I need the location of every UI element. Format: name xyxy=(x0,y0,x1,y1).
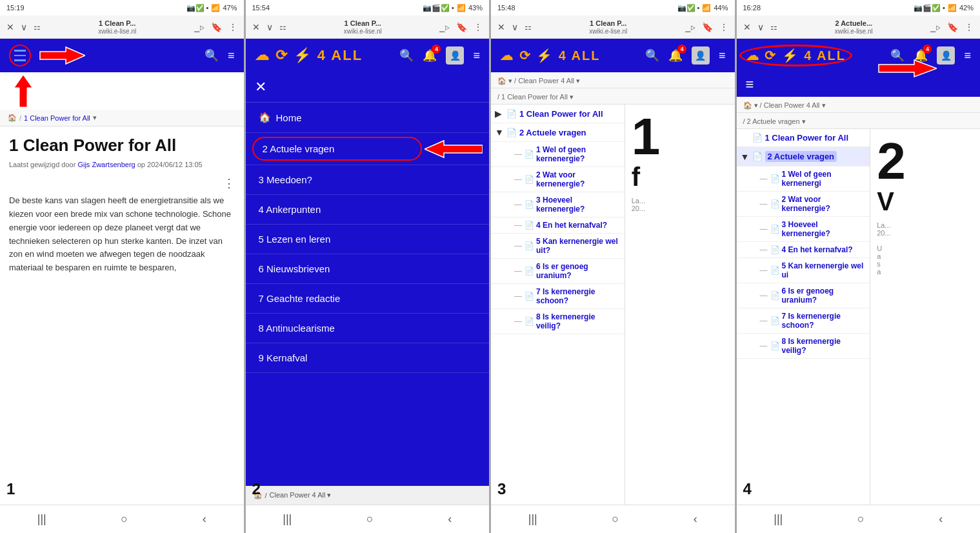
tabs-btn-4[interactable]: ⚏ xyxy=(769,21,779,33)
header-icons-3: 🔍 🔔 4 👤 ≡ xyxy=(645,46,726,65)
tree-sub-2-4[interactable]: — 📄 2 Wat voor kernenergie? xyxy=(737,192,870,217)
tabs-btn-2[interactable]: ⚏ xyxy=(278,21,288,33)
nav-recent-4[interactable]: ||| xyxy=(774,512,783,526)
close-btn-4[interactable]: ✕ xyxy=(742,21,752,34)
tabs-btn-3[interactable]: ⚏ xyxy=(523,21,533,33)
nav-recent-3[interactable]: ||| xyxy=(528,512,537,526)
nav-item-antinuclear-2[interactable]: 8 Antinuclearisme xyxy=(246,314,490,343)
share-btn-2[interactable]: ⎯▷ xyxy=(438,21,451,34)
browser-chrome-1: ✕ ∨ ⚏ 1 Clean P... xwiki.e-lise.nl ⎯▷ 🔖 … xyxy=(0,15,244,39)
back-btn-4[interactable]: ∨ xyxy=(756,21,765,34)
tree-sub-4-4[interactable]: — 📄 4 En het kernafval? xyxy=(737,242,870,258)
close-btn-2[interactable]: ✕ xyxy=(251,21,261,34)
tree-sub-3-3[interactable]: — 📄 3 Hoeveel kernenergie? xyxy=(491,192,625,217)
tree-sub-7-3[interactable]: — 📄 7 Is kernenergie schoon? xyxy=(491,284,625,309)
nav-back-2[interactable]: ‹ xyxy=(448,512,452,526)
nav-recent-1[interactable]: ||| xyxy=(37,512,46,526)
url-bar-1: 1 Clean P... xwiki.e-lise.nl xyxy=(46,19,189,35)
tree-item-2-3[interactable]: ▼ 📄 2 Actuele vragen xyxy=(491,123,625,142)
hamburger-icon-4[interactable]: ≡ xyxy=(746,76,754,93)
bookmark-btn-4[interactable]: 🔖 xyxy=(946,21,959,34)
big-sub-3: f xyxy=(632,163,728,192)
tree-sub-8-3[interactable]: — 📄 8 Is kernenergie veilig? xyxy=(491,309,625,334)
tree-sub-3-4[interactable]: — 📄 3 Hoeveel kernenergie? xyxy=(737,217,870,242)
tree-sub-5-4[interactable]: — 📄 5 Kan kernenergie wel ui xyxy=(737,258,870,283)
notification-badge-2[interactable]: 🔔 4 xyxy=(423,48,437,63)
nav-home-1[interactable]: ○ xyxy=(121,512,128,526)
bookmark-btn-3[interactable]: 🔖 xyxy=(701,21,714,34)
back-btn-3[interactable]: ∨ xyxy=(510,21,519,34)
search-icon-3[interactable]: 🔍 xyxy=(645,48,659,63)
author-link-1[interactable]: Gijs Zwartsenberg xyxy=(77,161,135,168)
tree-sub-5-3[interactable]: — 📄 5 Kan kernenergie wel uit? xyxy=(491,234,625,259)
arrow-annotation-2 xyxy=(425,138,483,160)
menu-icon-2[interactable]: ≡ xyxy=(473,49,480,63)
avatar-2[interactable]: 👤 xyxy=(446,46,464,65)
more-btn-2[interactable]: ⋮ xyxy=(472,21,484,34)
nav-item-kernafval-2[interactable]: 9 Kernafval xyxy=(246,343,490,373)
hamburger-btn-1[interactable] xyxy=(9,45,31,66)
nav-item-actuele-2[interactable]: 2 Actuele vragen xyxy=(246,133,490,165)
bc-arrow-1[interactable]: ▾ xyxy=(93,114,97,122)
more-btn-4[interactable]: ⋮ xyxy=(963,21,975,34)
nav-item-ankerpunten-2[interactable]: 4 Ankerpunten xyxy=(246,195,490,225)
nav-home-2[interactable]: ○ xyxy=(366,512,374,526)
nav-recent-2[interactable]: ||| xyxy=(283,512,292,526)
back-btn-1[interactable]: ∨ xyxy=(19,21,28,34)
nav-item-nieuwsbrieven-2[interactable]: 6 Nieuwsbrieven xyxy=(246,254,490,284)
menu-icon-1[interactable]: ≡ xyxy=(228,49,235,63)
bottom-nav-2: ||| ○ ‹ xyxy=(246,505,490,533)
menu-icon-4[interactable]: ≡ xyxy=(964,49,971,63)
battery-3: 44% xyxy=(714,4,728,12)
nav-item-lezen-2[interactable]: 5 Lezen en leren xyxy=(246,225,490,254)
avatar-4[interactable]: 👤 xyxy=(937,46,955,65)
menu-icon-3[interactable]: ≡ xyxy=(719,49,726,63)
back-btn-2[interactable]: ∨ xyxy=(265,21,274,34)
nav-back-1[interactable]: ‹ xyxy=(203,512,206,526)
tree-item-1-3[interactable]: ▶ 📄 1 Clean Power for All xyxy=(491,105,625,123)
home-icon-bc-1[interactable]: 🏠 xyxy=(8,114,17,122)
bc-link-1[interactable]: 1 Clean Power for All xyxy=(24,114,90,122)
up-arrow-annotation xyxy=(0,72,244,110)
tree-sub-2-3[interactable]: — 📄 2 Wat voor kernenergie? xyxy=(491,167,625,192)
tree-item-2-4[interactable]: ▼ 📄 2 Actuele vragen xyxy=(737,147,870,166)
tree-sub-1-3[interactable]: — 📄 1 Wel of geen kernenergie? xyxy=(491,142,625,167)
tree-sub-1-4[interactable]: — 📄 1 Wel of geen kernenergi xyxy=(737,166,870,192)
bookmark-btn-2[interactable]: 🔖 xyxy=(455,21,468,34)
more-btn-3[interactable]: ⋮ xyxy=(718,21,730,34)
tree-sub-6-3[interactable]: — 📄 6 Is er genoeg uranium? xyxy=(491,259,625,284)
tree-sub-4-3[interactable]: — 📄 4 En het kernafval? xyxy=(491,217,625,234)
more-options-1[interactable]: ⋮ xyxy=(223,177,235,190)
tree-sub-8-4[interactable]: — 📄 8 Is kernenergie veilig? xyxy=(737,334,870,359)
tree-item-1-4[interactable]: 📄 1 Clean Power for All xyxy=(737,129,870,147)
more-btn-1[interactable]: ⋮ xyxy=(227,21,239,34)
page-body-1: De beste kans van slagen heeft de energi… xyxy=(9,194,235,275)
nav-back-4[interactable]: ‹ xyxy=(939,512,943,526)
notification-badge-3[interactable]: 🔔 4 xyxy=(668,48,683,63)
nav-home-3[interactable]: ○ xyxy=(612,512,619,526)
share-btn-3[interactable]: ⎯▷ xyxy=(684,21,697,34)
close-btn-3[interactable]: ✕ xyxy=(496,21,506,34)
nav-item-home-2[interactable]: 🏠 Home xyxy=(246,103,490,133)
avatar-3[interactable]: 👤 xyxy=(692,46,710,65)
nav-item-redactie-2[interactable]: 7 Geachte redactie xyxy=(246,284,490,314)
share-btn-4[interactable]: ⎯▷ xyxy=(929,21,942,34)
tree-sub-6-4[interactable]: — 📄 6 Is er genoeg uranium? xyxy=(737,283,870,308)
app-header-4: ☁ ⟳ ⚡ 4 ALL 🔍 🔔 4 👤 ≡ xyxy=(737,39,981,72)
breadcrumb-3b: / 1 Clean Power for All ▾ xyxy=(491,88,735,105)
nav-item-meedoen-2[interactable]: 3 Meedoen? xyxy=(246,165,490,195)
panel-number-3: 3 xyxy=(497,480,506,498)
menu-close-2[interactable]: ✕ xyxy=(255,79,266,96)
bookmark-btn-1[interactable]: 🔖 xyxy=(210,21,223,34)
tabs-btn-1[interactable]: ⚏ xyxy=(32,21,42,33)
actuele-vragen-btn-2[interactable]: 2 Actuele vragen xyxy=(252,137,423,161)
nav-back-3[interactable]: ‹ xyxy=(694,512,697,526)
status-icons-1: 📷✅ • xyxy=(186,4,209,12)
nav-home-4[interactable]: ○ xyxy=(857,512,865,526)
tree-sub-7-4[interactable]: — 📄 7 Is kernenergie schoon? xyxy=(737,308,870,334)
panel-2: 15:54 📷🎬✅ • 📶 43% ✕ ∨ ⚏ 1 Clean P... xwi… xyxy=(246,0,492,533)
search-icon-2[interactable]: 🔍 xyxy=(399,48,414,63)
close-btn-1[interactable]: ✕ xyxy=(5,21,15,34)
share-btn-1[interactable]: ⎯▷ xyxy=(193,21,206,34)
search-icon-1[interactable]: 🔍 xyxy=(205,48,219,63)
